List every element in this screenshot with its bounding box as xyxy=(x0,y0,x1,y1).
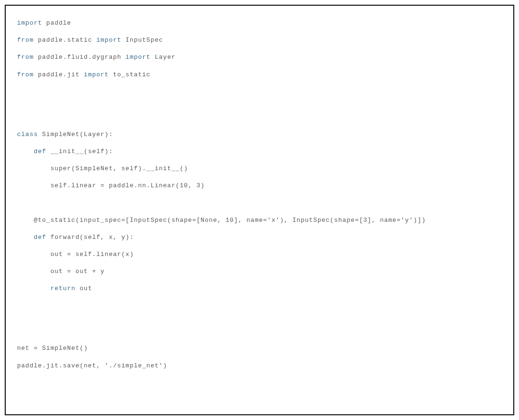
code-keyword: from xyxy=(17,54,34,61)
blank-line xyxy=(17,208,502,216)
blank-line xyxy=(17,96,502,105)
blank-line xyxy=(17,191,502,199)
blank-line xyxy=(17,156,502,164)
blank-line xyxy=(17,293,502,301)
code-line: from paddle.static import InputSpec xyxy=(17,36,502,45)
code-text xyxy=(17,285,50,292)
code-text: paddle.fluid.dygraph xyxy=(34,54,126,61)
blank-line xyxy=(17,122,502,130)
blank-line xyxy=(17,79,502,88)
blank-line xyxy=(17,276,502,284)
blank-line xyxy=(17,88,502,96)
blank-line xyxy=(17,199,502,208)
blank-line xyxy=(17,327,502,336)
blank-line xyxy=(17,27,502,36)
blank-line xyxy=(17,242,502,250)
code-keyword: class xyxy=(17,131,38,138)
blank-line xyxy=(17,336,502,344)
code-line: out = out + y xyxy=(17,267,502,276)
code-text: paddle.jit xyxy=(34,71,84,78)
code-line: import paddle xyxy=(17,19,502,27)
code-text: self.linear = paddle.nn.Linear(10, 3) xyxy=(17,182,205,189)
code-content: import paddlefrom paddle.static import I… xyxy=(17,19,502,370)
code-keyword: import xyxy=(84,71,109,78)
code-keyword: from xyxy=(17,37,34,44)
code-text: Layer xyxy=(151,54,176,61)
blank-line xyxy=(17,259,502,267)
blank-line xyxy=(17,353,502,362)
code-text: forward(self, x, y): xyxy=(46,234,134,241)
code-keyword: import xyxy=(96,37,121,44)
code-text: out xyxy=(75,285,92,292)
code-text: out = out + y xyxy=(17,268,105,275)
code-keyword: import xyxy=(17,19,42,27)
code-text: super(SimpleNet, self).__init__() xyxy=(17,165,188,172)
code-text: paddle.jit.save(net, './simple_net') xyxy=(17,362,167,369)
code-line: net = SimpleNet() xyxy=(17,344,502,353)
blank-line xyxy=(17,173,502,182)
code-line: out = self.linear(x) xyxy=(17,250,502,259)
code-keyword: return xyxy=(50,285,75,292)
code-text: __init__(self): xyxy=(46,148,113,155)
blank-line xyxy=(17,301,502,310)
blank-line xyxy=(17,139,502,147)
code-text xyxy=(17,148,34,155)
code-keyword: from xyxy=(17,71,34,78)
code-text xyxy=(17,234,34,241)
code-text: InputSpec xyxy=(121,37,163,44)
code-text: paddle xyxy=(42,19,72,27)
code-block: import paddlefrom paddle.static import I… xyxy=(5,5,514,415)
blank-line xyxy=(17,225,502,233)
code-text: SimpleNet(Layer): xyxy=(38,131,113,138)
code-line: from paddle.jit import to_static xyxy=(17,71,502,79)
code-keyword: def xyxy=(34,234,46,241)
code-line: def __init__(self): xyxy=(17,147,502,156)
code-line: def forward(self, x, y): xyxy=(17,233,502,242)
blank-line xyxy=(17,113,502,122)
code-keyword: def xyxy=(34,148,46,155)
code-line: return out xyxy=(17,284,502,293)
code-text: @to_static(input_spec=[InputSpec(shape=[… xyxy=(17,217,426,224)
code-line: super(SimpleNet, self).__init__() xyxy=(17,164,502,173)
blank-line xyxy=(17,62,502,71)
blank-line xyxy=(17,310,502,319)
code-line: from paddle.fluid.dygraph import Layer xyxy=(17,53,502,62)
code-text: net = SimpleNet() xyxy=(17,345,88,352)
code-text: to_static xyxy=(109,71,151,78)
code-line: @to_static(input_spec=[InputSpec(shape=[… xyxy=(17,216,502,225)
blank-line xyxy=(17,45,502,53)
blank-line xyxy=(17,319,502,327)
code-line: class SimpleNet(Layer): xyxy=(17,130,502,139)
blank-line xyxy=(17,105,502,113)
code-line: self.linear = paddle.nn.Linear(10, 3) xyxy=(17,182,502,190)
code-text: out = self.linear(x) xyxy=(17,251,134,258)
code-text: paddle.static xyxy=(34,37,96,44)
code-line: paddle.jit.save(net, './simple_net') xyxy=(17,362,502,370)
code-keyword: import xyxy=(126,54,151,61)
